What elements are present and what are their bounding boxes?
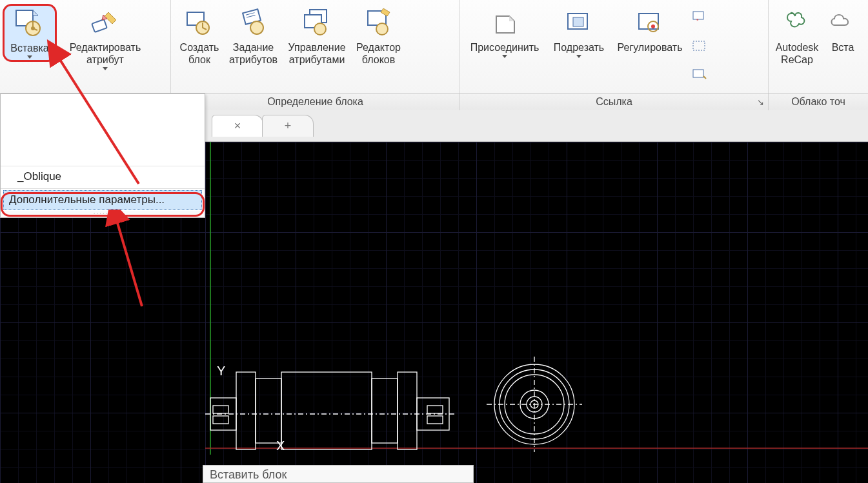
dropdown-separator [1,188,205,189]
create-block-icon [183,6,216,39]
dropdown-item-more-params[interactable]: Дополнительные параметры... [3,190,202,210]
block-editor-label: Редактор блоков [356,41,401,66]
close-icon: × [234,119,241,133]
attach-icon [489,6,521,39]
svg-text:*: * [696,17,699,24]
svg-rect-34 [213,406,228,413]
xref-frames-icon[interactable] [690,36,709,55]
ribbon-group-reference: Присоединить Подрезать Регулировать * [460,0,769,93]
block-editor-icon [363,6,395,39]
panel-expand-icon[interactable]: ↘ [757,97,764,107]
svg-rect-41 [417,398,449,430]
drawing-canvas[interactable]: Y X [205,142,868,483]
edit-attribute-label: Редактировать атрибут [70,41,141,66]
svg-rect-43 [427,416,443,424]
chevron-down-icon [502,55,507,58]
clip-label: Подрезать [554,41,604,54]
block-editor-button[interactable]: Редактор блоков [352,4,405,68]
manage-attributes-icon [301,6,333,39]
svg-point-20 [376,23,388,35]
manage-attributes-label: Управление атрибутами [288,41,346,66]
svg-rect-23 [573,17,583,26]
insert-block-icon [14,7,46,39]
cloud-icon [827,6,859,39]
attach-button[interactable]: Присоединить [463,4,547,61]
chevron-down-icon [576,55,581,58]
underlay-layers-icon[interactable]: * [690,8,709,27]
svg-point-14 [250,21,263,34]
define-attributes-button[interactable]: Задание атрибутов [225,4,281,68]
svg-rect-42 [427,406,443,413]
insert-label: Вставка [10,42,48,54]
create-block-button[interactable]: Создать блок [174,4,225,68]
dropdown-item-oblique[interactable]: _Oblique [1,166,205,187]
reference-side-tools: * [689,4,713,88]
tab-new[interactable]: + [262,115,314,137]
insert-cloud-label: Вста [832,41,854,54]
svg-rect-35 [213,416,228,424]
recap-label: Autodesk ReCap [776,41,819,66]
ribbon-group-pointcloud: Autodesk ReCap Вста [769,0,868,93]
svg-rect-37 [256,379,281,443]
panel-label-pointcloud[interactable]: Облако точ [769,94,868,110]
plus-icon: + [285,119,292,133]
panel-label-text: Определение блока [267,96,363,108]
adjust-icon [634,6,666,39]
clip-icon [563,6,595,39]
ribbon-group-block-definition: Создать блок Задание атрибутов Управлени… [171,0,460,93]
ribbon-group-block: Вставка Редактировать атрибут [0,0,171,93]
gear-drawing [483,353,586,456]
attach-label: Присоединить [470,41,540,54]
panel-label-text: Облако точ [791,96,845,108]
snap-underlay-icon[interactable] [690,64,709,84]
recap-button[interactable]: Autodesk ReCap [771,4,823,68]
dropdown-item-label: Дополнительные параметры... [9,193,165,206]
panel-label-reference[interactable]: Ссылка ↘ [460,94,769,110]
svg-rect-39 [372,379,398,443]
svg-rect-38 [281,372,372,449]
svg-rect-29 [693,41,705,50]
document-tab-strip: × + [205,110,868,142]
insert-button[interactable]: Вставка [3,4,57,62]
recap-icon [781,6,813,39]
svg-marker-1 [33,10,38,15]
svg-rect-30 [693,70,703,77]
tooltip-insert-block: Вставить блок [203,465,474,483]
define-attributes-icon [237,6,270,39]
define-attributes-label: Задание атрибутов [229,41,278,66]
manage-attributes-button[interactable]: Управление атрибутами [281,4,352,68]
dropdown-preview-area [1,94,205,166]
insert-dropdown-panel: _Oblique Дополнительные параметры... :::… [0,94,205,218]
tooltip-title: Вставить блок [210,468,287,481]
chevron-down-icon [27,55,32,59]
svg-point-17 [314,23,326,35]
clip-button[interactable]: Подрезать [547,4,611,61]
adjust-button[interactable]: Регулировать [611,4,689,56]
edit-attribute-button[interactable]: Редактировать атрибут [57,4,154,73]
svg-rect-6 [92,19,107,32]
tab-close[interactable]: × [212,115,263,137]
dropdown-resize-grip[interactable]: :::::: [1,211,205,217]
insert-cloud-button[interactable]: Вста [823,4,863,56]
create-block-label: Создать блок [180,41,219,66]
ribbon-toolbar: Вставка Редактировать атрибут Создать бл… [0,0,868,94]
chevron-down-icon [103,67,108,70]
panel-label-block-definition[interactable]: Определение блока [171,94,460,110]
dropdown-item-label: _Oblique [17,170,61,182]
svg-rect-36 [236,372,256,449]
panel-label-text: Ссылка [596,96,632,108]
svg-rect-40 [398,372,417,449]
svg-point-26 [651,25,655,28]
edit-attribute-icon [89,6,121,39]
adjust-label: Регулировать [618,41,683,54]
